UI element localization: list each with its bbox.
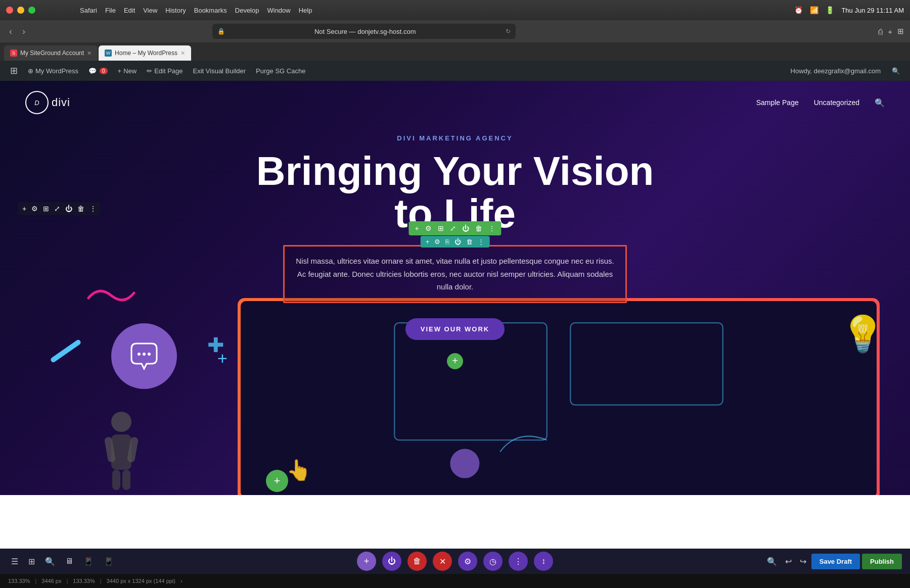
divi-nav: Sample Page Uncategorized 🔍 bbox=[756, 98, 885, 108]
deco-person bbox=[101, 409, 142, 490]
row-more-icon[interactable]: ⋮ bbox=[488, 224, 495, 232]
row-trash-icon[interactable]: 🗑 bbox=[475, 224, 482, 232]
status-zoom: 133.33% bbox=[8, 578, 30, 584]
wp-logo-item[interactable]: ⊞ bbox=[5, 61, 23, 81]
row-extend-icon[interactable]: ⤢ bbox=[450, 224, 456, 232]
module-settings-icon[interactable]: ⚙ bbox=[434, 238, 440, 246]
redo-icon[interactable]: ↪ bbox=[797, 554, 809, 569]
section-more-icon[interactable]: ⋮ bbox=[89, 205, 97, 213]
tab-close-sg[interactable]: ✕ bbox=[87, 50, 92, 57]
wp-exit-builder-item[interactable]: Exit Visual Builder bbox=[188, 61, 251, 81]
tab-siteground[interactable]: S My SiteGround Account ✕ bbox=[4, 45, 98, 61]
wp-purge-cache-item[interactable]: Purge SG Cache bbox=[251, 61, 310, 81]
comments-count: 0 bbox=[100, 68, 108, 74]
tab-close-wp[interactable]: ✕ bbox=[180, 50, 185, 57]
nav-uncategorized[interactable]: Uncategorized bbox=[814, 99, 859, 107]
menu-view[interactable]: View bbox=[143, 7, 157, 14]
text-module-content-box: + ⚙ ⎘ ⏻ 🗑 ⋮ Nisl massa, ultrices vitae o… bbox=[283, 245, 627, 303]
svg-rect-7 bbox=[112, 470, 120, 490]
add-section-button[interactable]: + bbox=[447, 353, 463, 369]
undo-icon[interactable]: ↩ bbox=[782, 554, 795, 569]
traffic-lights bbox=[6, 7, 35, 14]
zoom-search-icon[interactable]: 🔍 bbox=[764, 554, 780, 569]
wp-new-item[interactable]: + New bbox=[113, 61, 142, 81]
browser-navbar: ‹ › 🔒 Not Secure — donjetv.sg-host.com ↻… bbox=[0, 20, 910, 42]
url-display[interactable]: Not Secure — donjetv.sg-host.com bbox=[228, 28, 503, 35]
status-sep1: | bbox=[35, 578, 36, 584]
address-bar[interactable]: 🔒 Not Secure — donjetv.sg-host.com ↻ bbox=[212, 24, 516, 39]
wp-edit-page-item[interactable]: ✏ Edit Page bbox=[142, 61, 188, 81]
howdy-text: Howdy, deezgrafix@gmail.com bbox=[791, 67, 881, 75]
status-dimensions: 3440 px x 1324 px (144 ppi) bbox=[107, 578, 175, 584]
tablet-view-icon[interactable]: 📱 bbox=[80, 554, 97, 569]
row-add-icon[interactable]: + bbox=[415, 224, 419, 232]
content-area: + bbox=[0, 81, 910, 588]
hamburger-menu-icon[interactable]: ☰ bbox=[8, 554, 21, 569]
section-power-icon[interactable]: ⏻ bbox=[65, 205, 72, 213]
tabs-icon[interactable]: ⊞ bbox=[897, 27, 904, 36]
close-button[interactable] bbox=[6, 7, 13, 14]
nav-search-icon[interactable]: 🔍 bbox=[875, 98, 885, 108]
row-settings-icon[interactable]: ⚙ bbox=[425, 224, 432, 232]
grid-view-icon[interactable]: ⊞ bbox=[25, 554, 38, 569]
module-more-icon[interactable]: ⋮ bbox=[478, 238, 484, 246]
wp-search-item[interactable]: 🔍 bbox=[887, 61, 905, 81]
text-module-selected: + ⚙ ⎘ ⏻ 🗑 ⋮ Nisl massa, ultrices vitae o… bbox=[283, 245, 627, 303]
hero-eyebrow: DIVI MARKETING AGENCY bbox=[25, 134, 885, 142]
tab-label-siteground: My SiteGround Account bbox=[20, 50, 84, 57]
section-extend-icon[interactable]: ⤢ bbox=[54, 205, 60, 213]
center-trash-button[interactable]: 🗑 bbox=[407, 552, 427, 571]
desktop-view-icon[interactable]: 🖥 bbox=[62, 554, 76, 569]
center-settings-button[interactable]: ⚙ bbox=[458, 552, 477, 571]
back-button[interactable]: ‹ bbox=[6, 24, 15, 39]
module-power-icon[interactable]: ⏻ bbox=[454, 238, 461, 246]
center-close-button[interactable]: ✕ bbox=[433, 552, 452, 571]
portability-search-icon[interactable]: 🔍 bbox=[42, 554, 58, 569]
tab-wordpress[interactable]: W Home – My WordPress ✕ bbox=[99, 45, 191, 61]
wp-comments-item[interactable]: 💬 0 bbox=[83, 61, 113, 81]
minimize-button[interactable] bbox=[17, 7, 24, 14]
section-add-icon[interactable]: + bbox=[22, 205, 26, 213]
wp-howdy-item[interactable]: Howdy, deezgrafix@gmail.com bbox=[786, 61, 886, 81]
module-trash-icon[interactable]: 🗑 bbox=[466, 238, 473, 246]
menu-window[interactable]: Window bbox=[267, 7, 290, 14]
tab-favicon-wp: W bbox=[105, 50, 112, 57]
cta-button[interactable]: VIEW OUR WORK bbox=[405, 318, 505, 340]
center-add-button[interactable]: + bbox=[357, 552, 376, 571]
section-trash-icon[interactable]: 🗑 bbox=[77, 205, 84, 213]
forward-button[interactable]: › bbox=[19, 24, 28, 39]
refresh-icon[interactable]: ↻ bbox=[506, 28, 511, 35]
mobile-view-icon[interactable]: 📱 bbox=[101, 554, 117, 569]
module-copy-icon[interactable]: ⎘ bbox=[445, 238, 449, 246]
deco-hand-icon: 👆 bbox=[286, 458, 311, 482]
menu-edit[interactable]: Edit bbox=[124, 7, 135, 14]
section-columns-icon[interactable]: ⊞ bbox=[43, 205, 49, 213]
maximize-button[interactable] bbox=[28, 7, 35, 14]
center-history-button[interactable]: ◷ bbox=[483, 552, 503, 571]
wp-admin-bar: ⊞ ⊕ My WordPress 💬 0 + New ✏ Edit Page E… bbox=[0, 61, 910, 81]
edit-page-label: Edit Page bbox=[154, 67, 183, 75]
lock-icon: 🔒 bbox=[217, 28, 225, 35]
menu-safari[interactable]: Safari bbox=[80, 7, 97, 14]
svg-rect-5 bbox=[104, 436, 116, 463]
menu-bookmarks[interactable]: Bookmarks bbox=[194, 7, 227, 14]
row-power-icon[interactable]: ⏻ bbox=[462, 224, 469, 232]
module-add-icon[interactable]: + bbox=[426, 238, 430, 246]
share-icon[interactable]: ⎙ bbox=[878, 27, 883, 36]
center-arrow-button[interactable]: ↕ bbox=[534, 552, 553, 571]
menu-help[interactable]: Help bbox=[299, 7, 312, 14]
section-settings-icon[interactable]: ⚙ bbox=[31, 205, 38, 213]
nav-sample-page[interactable]: Sample Page bbox=[756, 99, 799, 107]
publish-button[interactable]: Publish bbox=[862, 554, 902, 569]
center-power-button[interactable]: ⏻ bbox=[382, 552, 401, 571]
cta-section: VIEW OUR WORK bbox=[25, 313, 885, 340]
save-draft-button[interactable]: Save Draft bbox=[811, 554, 860, 569]
status-arrow: › bbox=[180, 578, 183, 584]
menu-file[interactable]: File bbox=[105, 7, 116, 14]
wp-site-name-item[interactable]: ⊕ My WordPress bbox=[23, 61, 83, 81]
menu-history[interactable]: History bbox=[165, 7, 186, 14]
new-tab-icon[interactable]: + bbox=[888, 27, 892, 36]
menu-develop[interactable]: Develop bbox=[235, 7, 259, 14]
center-more-button[interactable]: ⋮ bbox=[509, 552, 528, 571]
row-layout-icon[interactable]: ⊞ bbox=[438, 224, 444, 232]
